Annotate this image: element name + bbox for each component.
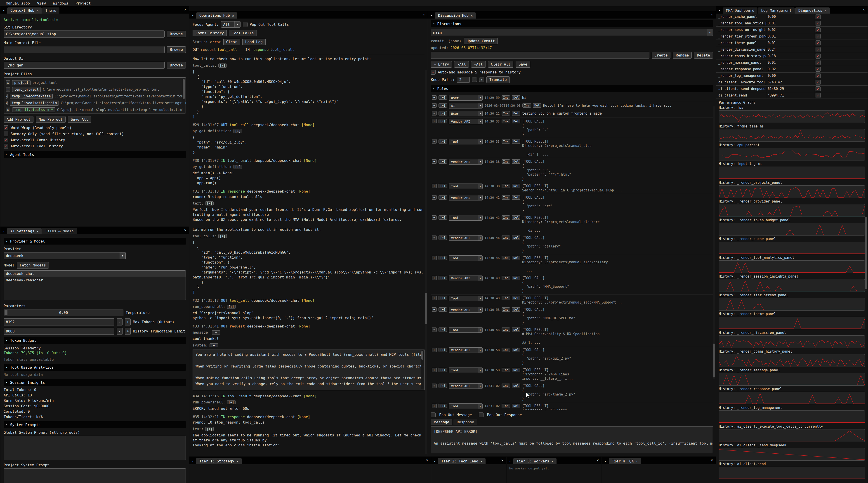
add-entry-button[interactable]: + <box>432 111 437 116</box>
roles-header[interactable]: ▸ Roles <box>431 85 713 92</box>
diagnostic-checkbox[interactable]: ✓ <box>815 93 820 98</box>
menu-view[interactable]: View <box>33 1 50 5</box>
expand-button[interactable]: [+] <box>212 330 220 334</box>
expand-entry-button[interactable]: [+] <box>438 184 447 188</box>
delete-button[interactable]: Del <box>512 368 520 372</box>
tab-files-media[interactable]: Files & Media <box>42 228 76 234</box>
expand-entry-button[interactable]: [+] <box>438 111 447 116</box>
expand-entry-button[interactable]: [+] <box>438 195 447 200</box>
add-entry-button[interactable]: + <box>432 119 437 123</box>
tab-response[interactable]: Response <box>454 419 477 425</box>
popout-message-checkbox[interactable]: ✓ <box>431 413 436 417</box>
delete-button[interactable]: Del <box>512 327 520 332</box>
close-icon[interactable]: ✕ <box>552 459 553 463</box>
agent-tools-header[interactable]: ▸ Agent Tools <box>4 151 186 158</box>
insert-button[interactable]: Ins <box>502 119 510 123</box>
scrollbar[interactable] <box>421 350 424 389</box>
expand-entry-button[interactable]: [+] <box>438 404 447 408</box>
keep-pairs-input[interactable]: 2 <box>457 76 470 83</box>
close-icon[interactable]: ✕ <box>232 14 234 18</box>
close-icon[interactable]: ✕ <box>184 7 186 11</box>
add-project-button[interactable]: Add Project <box>4 116 33 123</box>
scrollbar[interactable] <box>425 70 427 454</box>
checkbox[interactable]: ✓ <box>4 144 8 149</box>
collapse-icon[interactable]: ▾ <box>431 458 438 464</box>
add-entry-button[interactable]: + <box>432 368 437 372</box>
delete-button[interactable]: Del <box>512 348 520 352</box>
role-combo[interactable]: Tool▼ <box>449 404 483 409</box>
scrollbar[interactable] <box>182 78 185 112</box>
entry-action-button[interactable]: +All <box>471 61 486 68</box>
create-button[interactable]: Create <box>652 52 671 59</box>
close-icon[interactable]: ✕ <box>636 459 638 463</box>
role-combo[interactable]: Vendor API▼ <box>449 276 483 281</box>
checkbox[interactable]: ✓ <box>4 125 8 130</box>
message-error-box[interactable]: [DEEPSEEK API ERROR] An assistant messag… <box>431 426 713 453</box>
project-prompt-textarea[interactable] <box>4 468 186 483</box>
delete-button[interactable]: Del <box>512 404 520 408</box>
insert-button[interactable]: Ins <box>502 159 510 164</box>
close-icon[interactable]: ✕ <box>37 9 38 12</box>
focus-agent-combo[interactable]: All ▼ <box>221 21 241 28</box>
comms-history-tab-button[interactable]: Comms History <box>193 30 227 36</box>
close-icon[interactable]: ✕ <box>237 459 238 463</box>
delete-button[interactable]: Del <box>512 184 520 188</box>
file-tag-button[interactable]: temp_livecontextsim <box>10 94 53 99</box>
insert-button[interactable]: Ins <box>502 195 510 200</box>
close-icon[interactable]: ✕ <box>597 458 599 462</box>
delete-button[interactable]: Del <box>512 296 520 300</box>
diagnostic-checkbox[interactable]: ✓ <box>815 60 820 65</box>
collapse-icon[interactable]: ▾ <box>0 8 7 13</box>
popout-toolcalls-checkbox[interactable]: ✓ <box>243 22 248 27</box>
delete-button[interactable]: Del <box>512 159 520 164</box>
tab-log-management[interactable]: Log Management <box>758 7 795 13</box>
expand-button[interactable]: [+] <box>218 450 227 450</box>
add-entry-button[interactable]: + <box>432 215 437 220</box>
entry-action-button[interactable]: Save <box>516 61 530 68</box>
tab-ai-settings[interactable]: AI Settings ✕ <box>7 228 41 234</box>
delete-button[interactable]: Del <box>512 95 520 100</box>
remove-file-button[interactable]: x <box>6 94 8 99</box>
max-tokens-increment[interactable]: + <box>125 318 131 325</box>
close-icon[interactable]: ✕ <box>825 9 827 12</box>
remove-file-button[interactable]: x <box>6 87 10 92</box>
insert-button[interactable]: Ins <box>502 348 510 352</box>
tab-theme[interactable]: Theme <box>42 7 59 13</box>
delete-button[interactable]: Delete <box>694 52 713 59</box>
add-entry-button[interactable]: + <box>432 159 437 164</box>
expand-entry-button[interactable]: [+] <box>438 296 447 300</box>
diagnostic-checkbox[interactable]: ✓ <box>815 27 820 32</box>
tab-mma-dashboard[interactable]: MMA Dashboard <box>723 7 757 13</box>
role-combo[interactable]: Tool▼ <box>449 184 483 189</box>
keep-pairs-decrement[interactable]: - <box>472 77 477 82</box>
checkbox[interactable]: ✓ <box>4 132 8 136</box>
remove-file-button[interactable]: x <box>6 101 8 105</box>
insert-button[interactable]: Ins <box>502 256 510 260</box>
insert-button[interactable]: Ins <box>502 327 510 332</box>
discussion-select-combo[interactable]: main ▼ <box>431 29 713 36</box>
expand-button[interactable]: [+] <box>234 129 242 133</box>
diagnostic-checkbox[interactable]: ✓ <box>815 21 820 26</box>
menu-app[interactable]: manual slop <box>2 1 33 5</box>
add-entry-button[interactable]: + <box>432 327 437 332</box>
main-context-file-input[interactable] <box>4 46 164 53</box>
diagnostic-checkbox[interactable]: ✓ <box>815 54 820 59</box>
add-entry-button[interactable]: + <box>432 256 437 260</box>
add-entry-button[interactable]: + <box>432 235 437 240</box>
save-all-button[interactable]: Save All <box>68 116 91 123</box>
diagnostic-checkbox[interactable]: ✓ <box>815 34 820 39</box>
fetch-models-button[interactable]: Fetch Models <box>17 262 49 268</box>
remove-file-button[interactable]: x <box>6 107 10 112</box>
insert-button[interactable]: Ins <box>502 95 510 100</box>
file-tag-button[interactable]: temp_livetoolssim * <box>12 107 55 112</box>
tool-usage-header[interactable]: ▾ Tool Usage Analytics <box>4 364 186 371</box>
close-icon[interactable]: ✕ <box>37 229 38 233</box>
diagnostic-checkbox[interactable]: ✓ <box>815 40 820 45</box>
output-dir-input[interactable]: ./md_gen <box>4 62 164 69</box>
close-icon[interactable]: ✕ <box>711 458 713 462</box>
insert-button[interactable]: Ins <box>502 139 510 143</box>
tab-tier2-tech-lead[interactable]: Tier 2: Tech Lead ✕ <box>438 458 486 464</box>
expand-button[interactable]: [+] <box>218 64 227 68</box>
tab-discussion-hub[interactable]: Discussion Hub ✕ <box>435 12 476 19</box>
delete-button[interactable]: Del <box>512 111 520 116</box>
